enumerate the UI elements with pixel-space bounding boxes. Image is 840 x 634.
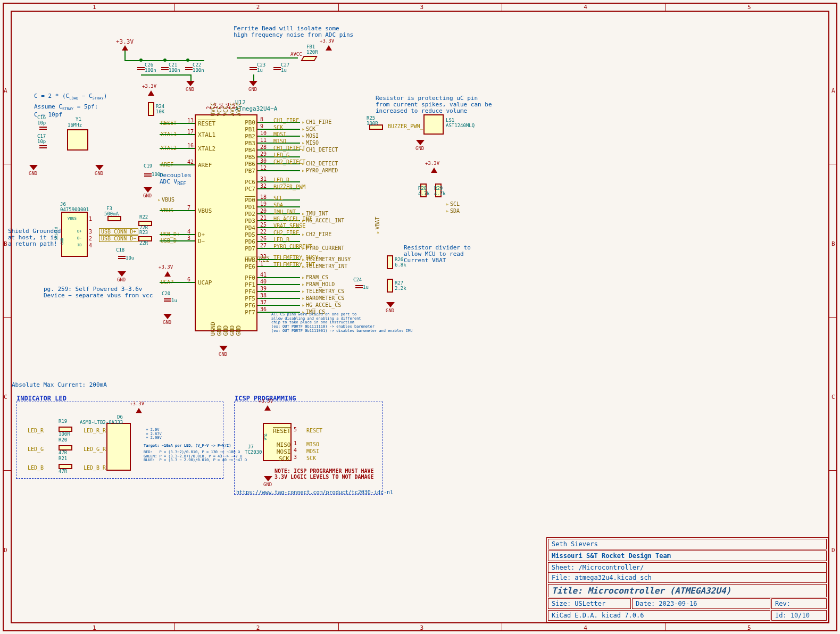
c18 <box>118 253 126 262</box>
ruler-col: 2 <box>256 4 260 11</box>
net-label: VBAT_SENSE <box>273 223 305 229</box>
pin-name: PF6 <box>245 302 255 309</box>
j7-miso-sig: MISO <box>306 441 319 447</box>
hier-label: BAROMETER_CS <box>302 295 344 301</box>
pin-name: PB3 <box>245 140 255 147</box>
pin-name: PD4 <box>245 224 255 231</box>
r23-val: 22R <box>139 241 148 246</box>
pin-name: PD5 <box>245 231 255 238</box>
net-usbconndp: USB_CONN_D+ <box>99 228 138 235</box>
c20-val: 1u <box>171 298 177 304</box>
pin-name: PD2 <box>245 211 255 218</box>
gnd-xtal2-lbl: GND <box>95 171 103 177</box>
pin-name: PF4 <box>245 288 255 295</box>
pwr-33v-1 <box>122 45 128 51</box>
note-divider: Resistor divider to allow MCU to read Cu… <box>404 245 471 264</box>
avcc-lbl: AVCC <box>290 52 302 57</box>
gnd-c18-lbl: GND <box>117 278 126 283</box>
c27 <box>273 64 281 73</box>
pin-name: PB1 <box>245 126 255 133</box>
c22-val: 100n <box>193 68 204 73</box>
c19-ref: C19 <box>144 164 152 169</box>
j6-dp: D+ <box>77 230 81 234</box>
ruler-row: B <box>4 240 7 247</box>
pin-name: HWB/PE2 <box>245 256 255 263</box>
tb-date: Date: 2023-09-16 <box>632 598 770 609</box>
net-ledg: LED_G <box>28 446 44 452</box>
gnd-vbat-lbl: GND <box>386 308 394 314</box>
note-crystal-eq: C = 2 * (CLOAD − CSTRAY) <box>34 93 107 101</box>
pwr-33v-reset <box>148 90 154 96</box>
pin-name: AREF <box>198 162 212 169</box>
j7-sck-sig: SCK <box>306 455 316 461</box>
vbus-hier: VBUS <box>157 197 174 203</box>
ls1 <box>423 114 444 135</box>
c22 <box>185 64 193 73</box>
ruler-col: 3 <box>420 624 424 631</box>
gnd-aref-lbl: GND <box>143 194 152 199</box>
y1 <box>67 129 88 151</box>
pin-num: 24 <box>225 103 231 109</box>
note-selfpow: pg. 259: Self Powered 3−3.6v Device − se… <box>44 286 153 299</box>
tb-id: Id: 10/10 <box>771 610 827 621</box>
pin-name: PB4 <box>245 147 255 154</box>
gnd-c20-lbl: GND <box>163 320 171 326</box>
j7-mosi-num: 4 <box>294 447 297 453</box>
r29-val: 4.7k <box>434 191 446 197</box>
net-label: SCL <box>273 195 283 201</box>
fb1-val: 120R <box>306 50 318 55</box>
j7-reset-num: 5 <box>294 427 297 432</box>
led-calc-notes: = 2.0V = 2.87V = 2.90V <box>144 428 162 440</box>
pin-name: PB2 <box>245 133 255 140</box>
pin-name: PD1 <box>245 204 255 211</box>
f3-val: 500mA <box>104 212 119 217</box>
ls1-val: AST1240MLQ <box>446 123 475 129</box>
j7-mosi-sig: MOSI <box>306 448 319 454</box>
net-label: CH1_FIRE <box>273 118 299 123</box>
led-target: Target: ~10mA per LED, (V_F-V -> P=V/I) <box>144 444 231 448</box>
net-label: LED_R <box>273 177 289 183</box>
hier-label: TELEMETRY_INT <box>302 263 347 269</box>
pin-name: PF5 <box>245 295 255 302</box>
pwr-33v-fb <box>326 45 332 51</box>
tb-org: Missouri S&T Rocket Design Team <box>548 550 827 561</box>
tb-rev: Rev: <box>771 598 827 609</box>
pin-name: PE6 <box>245 263 255 270</box>
r26 <box>387 255 393 269</box>
ruler-col: 1 <box>93 4 96 11</box>
j7-reset-name: RESET <box>273 428 290 435</box>
pin-name: RESET <box>198 120 215 127</box>
pwr-33v-ucap <box>164 271 171 277</box>
ruler-col: 5 <box>747 624 751 631</box>
c16-val: 10p <box>37 121 46 126</box>
j7-sck-name: SCK <box>279 455 289 462</box>
hier-label: PYRO_ARMED <box>302 168 338 173</box>
pwr-33v-icsp <box>264 405 271 411</box>
j6-p1: 1 <box>89 216 92 222</box>
r22-ref: R22 <box>139 215 148 220</box>
r20-ref: R20 <box>59 438 67 443</box>
y1-ref: Y1 <box>76 117 81 122</box>
net-label: IMU_INT <box>273 209 296 215</box>
c21-val: 100n <box>169 68 180 73</box>
j6-val: 0475900001 <box>60 207 89 213</box>
pwr-33v-i2c-lbl: +3.3V <box>425 161 439 166</box>
hier-label: CH2_FIRE <box>302 231 331 237</box>
ruler-row: C <box>831 394 835 401</box>
ruler-col: 1 <box>93 624 96 631</box>
c24-val: 1u <box>363 285 369 290</box>
r21-ref: R21 <box>59 456 67 462</box>
gnd-caps-lbl: GND <box>186 87 194 93</box>
hier-label: MOSI <box>302 133 319 139</box>
pin-name: PF7 <box>245 309 255 316</box>
j7-vtg: VTG <box>264 433 269 440</box>
pin-name: PD7 <box>245 245 255 252</box>
note-decouples: Decouples ADC VREF <box>160 172 192 186</box>
r26-val: 6.8k <box>395 263 406 268</box>
hier-label: CH2_DETECT <box>302 161 338 166</box>
net-label: CH2_DETECT <box>273 159 305 165</box>
net-ledr: LED_R <box>28 428 44 433</box>
pin-name: PB6 <box>245 161 255 168</box>
y1-val: 16MHz <box>68 123 82 128</box>
c23-val: 1u <box>257 68 263 73</box>
